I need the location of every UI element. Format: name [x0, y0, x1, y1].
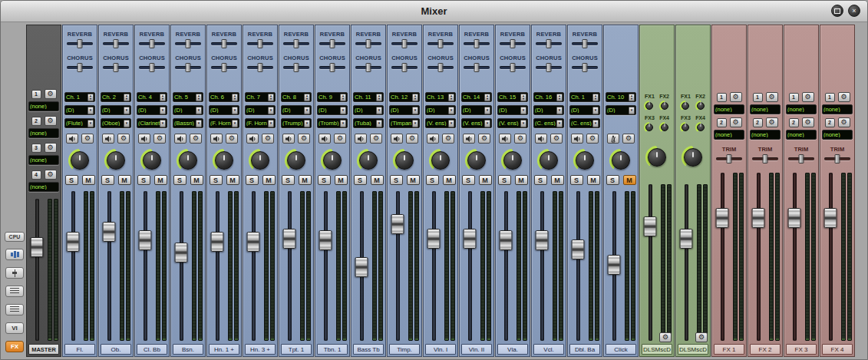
- device-select[interactable]: (D) ▼: [101, 105, 131, 115]
- master-insert-1-gear-button[interactable]: ⚙: [45, 89, 57, 99]
- reverb-slider-thumb[interactable]: [150, 39, 155, 48]
- channel-spinner[interactable]: ▲▼: [629, 94, 635, 101]
- text-view-button[interactable]: [5, 304, 24, 315]
- trim-slider[interactable]: [716, 157, 742, 160]
- meter-view-button[interactable]: [5, 249, 24, 260]
- metronome-button[interactable]: [607, 134, 619, 144]
- volume-fader[interactable]: [680, 229, 693, 249]
- instrument-select[interactable]: (C. ens) ▼: [569, 118, 600, 128]
- volume-fader-track[interactable]: [216, 191, 219, 341]
- volume-fader[interactable]: [319, 230, 332, 250]
- fx-insert-2-gear-button[interactable]: ⚙: [766, 117, 778, 127]
- speaker-button[interactable]: [355, 134, 367, 144]
- solo-button[interactable]: S: [354, 175, 367, 185]
- chorus-send-slider[interactable]: [572, 66, 598, 69]
- chorus-slider-thumb[interactable]: [150, 63, 155, 72]
- channel-spinner[interactable]: ▲▼: [556, 94, 563, 101]
- device-select[interactable]: (D) ▼: [209, 105, 239, 115]
- channel-spinner[interactable]: ▲▼: [268, 94, 274, 101]
- device-select[interactable]: (D) ▼: [389, 105, 420, 115]
- chorus-slider-thumb[interactable]: [78, 63, 83, 72]
- master-insert-4-button[interactable]: 4: [31, 170, 41, 180]
- chorus-slider-thumb[interactable]: [583, 63, 588, 72]
- chorus-send-slider[interactable]: [355, 66, 381, 69]
- trim-slider-thumb[interactable]: [727, 154, 732, 163]
- fx-insert-2-gear-button[interactable]: ⚙: [802, 117, 814, 127]
- volume-fader-track[interactable]: [432, 191, 436, 341]
- device-select[interactable]: (D) ▼: [317, 105, 348, 115]
- device-settings-button[interactable]: ⚙: [695, 332, 708, 342]
- channel-settings-button[interactable]: ⚙: [586, 134, 599, 144]
- trim-slider-thumb[interactable]: [799, 154, 804, 163]
- solo-button[interactable]: S: [498, 175, 511, 185]
- device-select[interactable]: (D) ▼: [533, 105, 564, 115]
- channel-settings-button[interactable]: ⚙: [622, 134, 635, 144]
- speaker-button[interactable]: [210, 134, 223, 144]
- speaker-button[interactable]: [102, 134, 114, 144]
- device-select[interactable]: (D) ▼: [281, 105, 312, 115]
- chorus-send-slider[interactable]: [103, 66, 129, 69]
- pan-knob[interactable]: [465, 149, 488, 172]
- chorus-send-slider[interactable]: [211, 66, 237, 69]
- mute-button[interactable]: M: [262, 175, 276, 185]
- fx-insert-1-button[interactable]: 1: [717, 93, 727, 102]
- volume-fader[interactable]: [572, 239, 585, 259]
- channel-number-select[interactable]: Ch. 9 ▲▼: [317, 92, 348, 102]
- reverb-slider-thumb[interactable]: [222, 39, 227, 48]
- volume-fader-track[interactable]: [107, 191, 111, 341]
- reverb-slider-thumb[interactable]: [402, 39, 408, 48]
- fx-insert-2-gear-button[interactable]: ⚙: [730, 117, 742, 127]
- channel-settings-button[interactable]: ⚙: [153, 134, 166, 144]
- fx-button[interactable]: FX: [5, 341, 24, 352]
- volume-fader-track[interactable]: [829, 173, 833, 341]
- mute-button[interactable]: M: [82, 175, 95, 185]
- volume-fader[interactable]: [500, 230, 513, 250]
- master-insert-3-gear-button[interactable]: ⚙: [45, 143, 57, 153]
- mute-button[interactable]: M: [190, 175, 203, 185]
- channel-number-select[interactable]: Ch. 2 ▲▼: [101, 92, 131, 102]
- reverb-slider-thumb[interactable]: [330, 39, 335, 48]
- device-select[interactable]: (D) ▼: [245, 105, 276, 115]
- volume-fader[interactable]: [283, 229, 296, 249]
- mute-button[interactable]: M: [515, 175, 528, 185]
- channel-spinner[interactable]: ▲▼: [124, 94, 130, 101]
- solo-button[interactable]: S: [606, 175, 619, 185]
- reverb-send-slider[interactable]: [572, 42, 598, 45]
- channel-number-select[interactable]: Ch. 15 ▲▼: [497, 92, 528, 102]
- instrument-select[interactable]: (Trump) ▼: [281, 118, 312, 128]
- mute-button[interactable]: M: [407, 175, 420, 185]
- channel-spinner[interactable]: ▲▼: [340, 94, 346, 101]
- fx-insert-1-gear-button[interactable]: ⚙: [838, 92, 850, 102]
- speaker-button[interactable]: [571, 134, 583, 144]
- cpu-button[interactable]: CPU: [5, 232, 25, 242]
- mute-button[interactable]: M: [154, 175, 167, 185]
- channel-spinner[interactable]: ▲▼: [304, 94, 310, 101]
- device-select[interactable]: (D) ▼: [606, 105, 636, 115]
- volume-fader-track[interactable]: [468, 191, 472, 341]
- channel-settings-button[interactable]: ⚙: [226, 134, 238, 144]
- channel-settings-button[interactable]: ⚙: [442, 134, 454, 144]
- channel-settings-button[interactable]: ⚙: [478, 134, 490, 144]
- volume-fader-track[interactable]: [685, 184, 688, 341]
- chorus-slider-thumb[interactable]: [546, 63, 552, 72]
- pan-knob[interactable]: [177, 149, 200, 172]
- instrument-select[interactable]: (Bassn) ▼: [173, 118, 203, 128]
- fx-insert-2-display[interactable]: (none): [786, 130, 817, 140]
- reverb-send-slider[interactable]: [103, 42, 129, 45]
- chorus-send-slider[interactable]: [175, 66, 201, 69]
- instrument-select[interactable]: (Tuba) ▼: [353, 118, 384, 128]
- channel-spinner[interactable]: ▲▼: [592, 94, 599, 101]
- volume-fader[interactable]: [211, 232, 224, 252]
- pan-knob[interactable]: [573, 149, 596, 172]
- reverb-send-slider[interactable]: [536, 42, 562, 45]
- speaker-button[interactable]: [499, 134, 511, 144]
- reverb-slider-thumb[interactable]: [546, 39, 552, 48]
- reverb-slider-thumb[interactable]: [366, 39, 371, 48]
- channel-settings-button[interactable]: ⚙: [81, 134, 94, 144]
- volume-fader-track[interactable]: [649, 184, 652, 341]
- channel-spinner[interactable]: ▲▼: [160, 94, 166, 101]
- speaker-button[interactable]: [427, 134, 439, 144]
- pan-knob[interactable]: [429, 149, 452, 172]
- channel-settings-button[interactable]: ⚙: [550, 134, 563, 144]
- mute-button[interactable]: M: [443, 175, 456, 185]
